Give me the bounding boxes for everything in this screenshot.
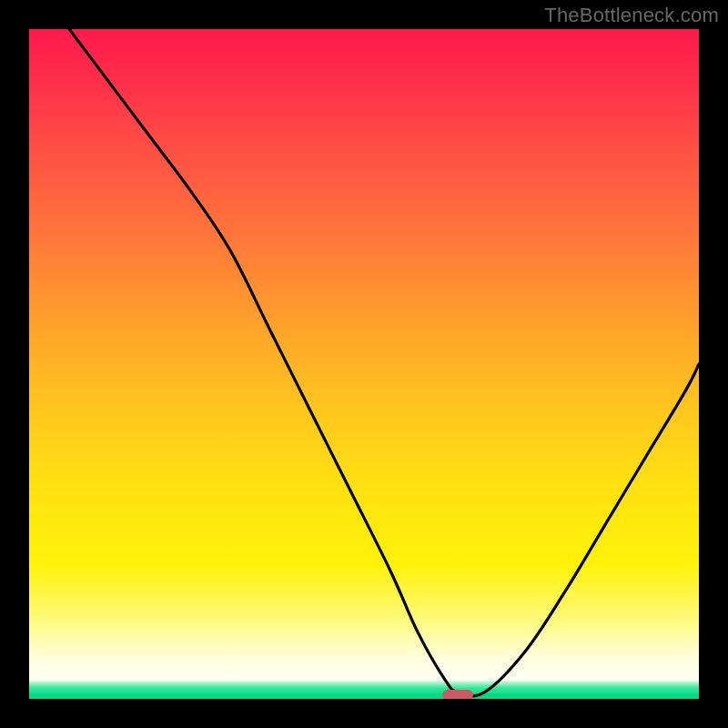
chart-frame: TheBottleneck.com: [0, 0, 728, 728]
watermark-text: TheBottleneck.com: [544, 4, 719, 27]
plot-area: [29, 29, 699, 699]
bottleneck-curve: [29, 29, 699, 699]
valley-marker: [442, 690, 473, 699]
